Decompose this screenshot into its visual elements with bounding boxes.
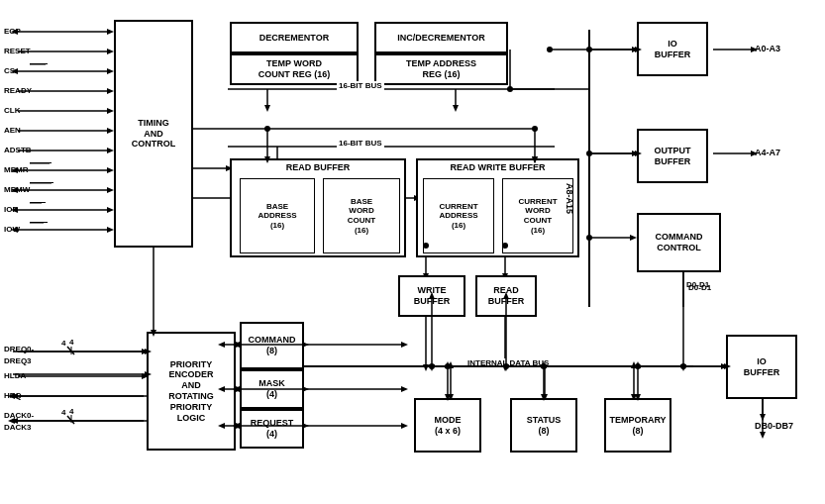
current-word-count-box: CURRENTWORDCOUNT(16) bbox=[502, 178, 573, 253]
inc-decrementor-box: INC/DECREMENTOR bbox=[374, 22, 508, 53]
memw-signal: MEMW bbox=[4, 185, 30, 194]
svg-marker-1 bbox=[107, 29, 114, 35]
current-address-box: CURRENTADDRESS(16) bbox=[423, 178, 494, 253]
dack3-signal: DACK3 bbox=[4, 423, 32, 432]
a0-a3-label: A0-A3 bbox=[755, 44, 780, 54]
hlda-signal: HLDA bbox=[4, 371, 26, 380]
diagram: D0-D1 4 4 bbox=[0, 0, 825, 504]
output-buffer-box: OUTPUTBUFFER bbox=[637, 129, 708, 183]
status-label: STATUS(8) bbox=[527, 415, 562, 437]
timing-control-box: TIMINGANDCONTROL bbox=[114, 20, 193, 248]
read-buffer-box: READ BUFFER BASEADDRESS(16) BASEWORDCOUN… bbox=[230, 158, 406, 257]
svg-marker-107 bbox=[630, 235, 637, 241]
svg-marker-57 bbox=[401, 342, 408, 348]
internal-data-bus-label: INTERNAL DATA BUS bbox=[465, 358, 551, 368]
inc-decrementor-label: INC/DECREMENTOR bbox=[397, 33, 484, 44]
bus16-top-label: 16-BIT BUS bbox=[337, 81, 384, 91]
svg-marker-6 bbox=[107, 68, 114, 74]
a4-a7-label: A4-A7 bbox=[755, 148, 780, 158]
command-label: COMMAND(8) bbox=[249, 335, 296, 356]
adstb-signal: ADSTB bbox=[4, 146, 32, 154]
command-control-label: COMMANDCONTROL bbox=[656, 232, 703, 253]
svg-text:4: 4 bbox=[69, 407, 74, 416]
output-buffer-label: OUTPUTBUFFER bbox=[655, 146, 691, 167]
io-buffer-top-box: IOBUFFER bbox=[637, 22, 708, 76]
svg-marker-63 bbox=[401, 423, 408, 429]
base-word-count-label: BASEWORDCOUNT(16) bbox=[348, 197, 375, 235]
dreq3-signal: DREQ3 bbox=[4, 356, 32, 365]
aen-signal: AEN bbox=[4, 126, 21, 135]
svg-marker-11 bbox=[107, 108, 114, 114]
mode-label: MODE(4 x 6) bbox=[435, 415, 462, 437]
read-buffer2-label: READBUFFER bbox=[488, 285, 525, 307]
io-buffer-bottom-label: IOBUFFER bbox=[744, 356, 780, 378]
request-box: REQUEST(4) bbox=[240, 409, 304, 449]
svg-marker-30 bbox=[264, 105, 270, 112]
request-label: REQUEST(4) bbox=[251, 418, 294, 440]
svg-text:4: 4 bbox=[69, 338, 74, 347]
temporary-label: TEMPORARY(8) bbox=[609, 415, 666, 437]
svg-marker-72 bbox=[631, 361, 637, 368]
svg-marker-20 bbox=[107, 187, 114, 193]
write-buffer-label: WRITEBUFFER bbox=[414, 285, 451, 307]
current-address-label: CURRENTADDRESS(16) bbox=[439, 202, 477, 231]
mask-box: MASK(4) bbox=[240, 369, 304, 409]
temporary-box: TEMPORARY(8) bbox=[604, 398, 671, 453]
temp-address-reg-label: TEMP ADDRESSREG (16) bbox=[406, 58, 476, 80]
a8-a15-label: A8-A15 bbox=[564, 183, 574, 214]
svg-marker-23 bbox=[107, 207, 114, 213]
read-write-buffer-box: READ WRITE BUFFER CURRENTADDRESS(16) CUR… bbox=[416, 158, 579, 257]
bus16-mid-label: 16-BIT BUS bbox=[337, 139, 384, 149]
command-control-box: COMMANDCONTROL bbox=[637, 213, 721, 272]
cs-signal: CS bbox=[4, 66, 15, 75]
command-box: COMMAND(8) bbox=[240, 322, 304, 369]
svg-marker-9 bbox=[107, 88, 114, 94]
status-box: STATUS(8) bbox=[510, 398, 577, 453]
read-buffer2-box: READBUFFER bbox=[475, 275, 537, 317]
svg-marker-32 bbox=[453, 105, 459, 112]
dreq-signal: DREQ0- bbox=[4, 345, 34, 353]
temp-word-count-label: TEMP WORDCOUNT REG (16) bbox=[258, 58, 331, 80]
hrq-signal: HRQ bbox=[4, 391, 22, 400]
base-word-count-box: BASEWORDCOUNT(16) bbox=[323, 178, 400, 253]
write-buffer-box: WRITEBUFFER bbox=[398, 275, 465, 317]
eop-signal: EOP bbox=[4, 27, 21, 36]
base-address-label: BASEADDRESS(16) bbox=[258, 202, 296, 231]
ior-signal: IOR bbox=[4, 205, 18, 214]
io-buffer-bottom-box: IOBUFFER bbox=[726, 335, 797, 399]
svg-marker-13 bbox=[107, 128, 114, 134]
priority-encoder-label: PRIORITYENCODERANDROTATINGPRIORITYLOGIC bbox=[168, 359, 214, 424]
svg-marker-26 bbox=[107, 227, 114, 233]
svg-marker-4 bbox=[107, 49, 114, 54]
svg-marker-60 bbox=[401, 386, 408, 392]
db0-db7-label: DB0-DB7 bbox=[755, 421, 793, 432]
svg-marker-15 bbox=[107, 148, 114, 153]
mask-label: MASK(4) bbox=[258, 378, 285, 400]
reset-signal: RESET bbox=[4, 47, 31, 55]
priority-encoder-box: PRIORITYENCODERANDROTATINGPRIORITYLOGIC bbox=[147, 332, 236, 451]
svg-marker-76 bbox=[760, 414, 766, 421]
base-address-box: BASEADDRESS(16) bbox=[240, 178, 315, 253]
ready-signal: READY bbox=[4, 86, 32, 95]
decrementor-label: DECREMENTOR bbox=[259, 33, 329, 44]
iow-signal: IOW bbox=[4, 225, 20, 234]
timing-control-label: TIMINGANDCONTROL bbox=[132, 118, 176, 150]
svg-marker-102 bbox=[423, 364, 429, 371]
d0-d1-label: D0-D1 bbox=[688, 283, 711, 293]
io-buffer-top-label: IOBUFFER bbox=[655, 39, 691, 60]
svg-marker-66 bbox=[448, 361, 454, 368]
temp-address-reg-box: TEMP ADDRESSREG (16) bbox=[374, 53, 508, 85]
mode-box: MODE(4 x 6) bbox=[414, 398, 481, 453]
dack0-signal: DACK0- bbox=[4, 411, 34, 420]
clk-signal: CLK bbox=[4, 106, 20, 115]
current-word-count-label: CURRENTWORDCOUNT(16) bbox=[518, 197, 557, 235]
memr-signal: MEMR bbox=[4, 165, 28, 174]
decrementor-box: DECREMENTOR bbox=[230, 22, 359, 53]
svg-marker-17 bbox=[107, 167, 114, 173]
